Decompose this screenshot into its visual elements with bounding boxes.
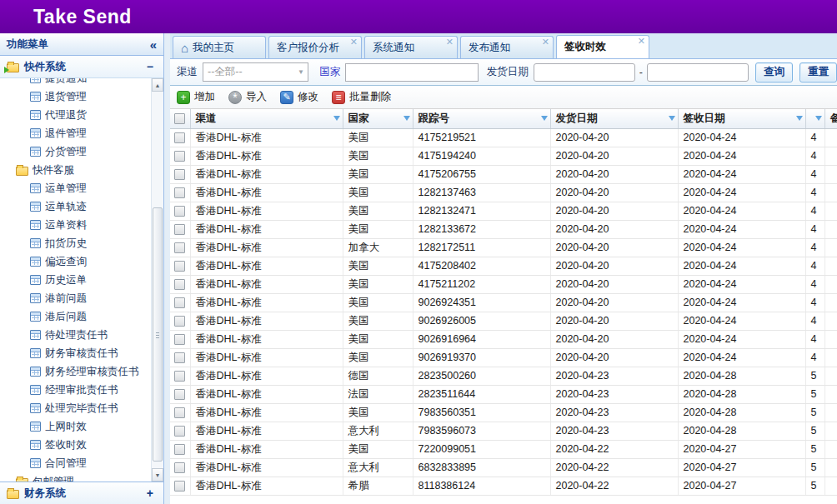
table-row[interactable]: 香港DHL-标准美国90269243512020-04-202020-04-24… <box>170 293 837 312</box>
scroll-down-icon[interactable]: ▼ <box>152 468 163 482</box>
table-row[interactable]: 香港DHL-标准美国41752067552020-04-202020-04-24… <box>170 165 837 183</box>
row-checkbox[interactable] <box>174 132 185 143</box>
table-row[interactable]: 香港DHL-标准美国41752112022020-04-202020-04-24… <box>170 275 837 293</box>
row-checkbox[interactable] <box>174 481 185 492</box>
row-checkbox[interactable] <box>174 151 185 162</box>
sidebar-item-财务审核责任书[interactable]: 财务审核责任书 <box>0 344 151 362</box>
table-row[interactable]: 香港DHL-标准加拿大12821725112020-04-202020-04-2… <box>170 238 837 257</box>
table-row[interactable]: 香港DHL-标准美国90269169642020-04-202020-04-24… <box>170 330 837 348</box>
column-header-国家[interactable]: 国家 <box>343 109 413 128</box>
sidebar-splitter[interactable] <box>164 33 170 504</box>
tab-发布通知[interactable]: 发布通知✕ <box>460 36 554 58</box>
sidebar-folder-快件客服[interactable]: 快件客服 <box>0 161 151 179</box>
table-row[interactable]: 香港DHL-标准希腊81183861242020-04-222020-04-27… <box>170 477 837 495</box>
table-row[interactable]: 香港DHL-标准美国12821336722020-04-202020-04-24… <box>170 220 837 238</box>
sidebar-item-退货管理[interactable]: 退货管理 <box>0 87 151 106</box>
row-checkbox[interactable] <box>174 242 185 253</box>
sidebar-folder-包邮管理[interactable]: 包邮管理 <box>0 472 151 482</box>
select-all-checkbox[interactable] <box>174 113 185 124</box>
tab-签收时效[interactable]: 签收时效✕ <box>556 35 649 58</box>
tab-系统通知[interactable]: 系统通知✕ <box>364 36 458 58</box>
sidebar-item-偏远查询[interactable]: 偏远查询 <box>0 252 151 271</box>
close-tab-icon[interactable]: ✕ <box>446 37 454 47</box>
row-checkbox[interactable] <box>174 462 185 473</box>
country-input[interactable] <box>345 63 479 82</box>
row-checkbox[interactable] <box>174 389 185 400</box>
sidebar-item-处理完毕责任书[interactable]: 处理完毕责任书 <box>0 399 151 417</box>
table-row[interactable]: 香港DHL-标准意大利79835960732020-04-232020-04-2… <box>170 422 837 440</box>
row-checkbox[interactable] <box>174 352 185 363</box>
search-button[interactable]: 查询 <box>755 62 793 82</box>
sidebar-scrollbar[interactable]: ▲ ▼ <box>151 78 163 482</box>
row-checkbox[interactable] <box>174 279 185 290</box>
sort-arrow-icon[interactable] <box>796 116 803 121</box>
scroll-up-icon[interactable]: ▲ <box>152 78 163 92</box>
batch-delete-button[interactable]: ≡ 批量删除 <box>332 90 391 104</box>
sidebar-item-经理审批责任书[interactable]: 经理审批责任书 <box>0 381 151 399</box>
close-tab-icon[interactable]: ✕ <box>638 37 645 46</box>
row-checkbox[interactable] <box>174 371 185 382</box>
sort-arrow-icon[interactable] <box>815 116 822 121</box>
row-checkbox[interactable] <box>174 261 185 272</box>
sidebar-item-港后问题[interactable]: 港后问题 <box>0 307 151 326</box>
ship-date-from-input[interactable] <box>534 63 635 82</box>
column-header-渠道[interactable]: 渠道 <box>190 109 343 128</box>
sidebar-section-finance-system[interactable]: 财务系统 + <box>0 482 163 504</box>
sort-arrow-icon[interactable] <box>541 116 548 121</box>
sort-arrow-icon[interactable] <box>669 116 675 121</box>
table-row[interactable]: 香港DHL-标准意大利68328338952020-04-222020-04-2… <box>170 458 837 477</box>
tab-我的主页[interactable]: ⌂我的主页 <box>173 36 266 58</box>
sort-arrow-icon[interactable] <box>333 116 340 121</box>
close-tab-icon[interactable]: ✕ <box>542 37 549 47</box>
table-row[interactable]: 香港DHL-标准美国41751942402020-04-202020-04-24… <box>170 147 837 165</box>
expand-section-icon[interactable]: + <box>147 487 153 500</box>
column-header-签收日期[interactable]: 签收日期 <box>678 109 805 128</box>
row-checkbox[interactable] <box>174 297 185 308</box>
table-row[interactable]: 香港DHL-标准美国12821374632020-04-202020-04-24… <box>170 183 837 202</box>
collapse-sidebar-icon[interactable]: « <box>150 37 157 52</box>
column-header-发货日期[interactable]: 发货日期 <box>550 109 678 128</box>
column-header-备注[interactable]: 备注 <box>824 109 837 128</box>
sidebar-item-历史运单[interactable]: 历史运单 <box>0 271 151 289</box>
close-tab-icon[interactable]: ✕ <box>350 37 358 47</box>
scrollbar-thumb[interactable] <box>153 207 163 462</box>
column-header-跟踪号[interactable]: 跟踪号 <box>413 109 550 128</box>
ship-date-to-input[interactable] <box>647 63 749 82</box>
table-row[interactable]: 香港DHL-标准美国90269193702020-04-202020-04-24… <box>170 348 837 367</box>
sidebar-item-待处理责任书[interactable]: 待处理责任书 <box>0 326 151 344</box>
sidebar-item-退件管理[interactable]: 退件管理 <box>0 124 151 142</box>
sidebar-item-扣货历史[interactable]: 扣货历史 <box>0 234 151 252</box>
column-header-timeliness[interactable] <box>805 109 824 128</box>
channel-select[interactable]: --全部-- ▼ <box>203 62 308 82</box>
sidebar-item-分货管理[interactable]: 分货管理 <box>0 142 151 161</box>
row-checkbox[interactable] <box>174 316 185 327</box>
row-checkbox[interactable] <box>174 426 185 437</box>
sidebar-item-提货通知[interactable]: 提货通知 <box>0 78 151 87</box>
row-checkbox[interactable] <box>174 224 185 235</box>
sidebar-item-签收时效[interactable]: 签收时效 <box>0 436 151 454</box>
tab-客户报价分析[interactable]: 客户报价分析✕ <box>268 36 362 58</box>
row-checkbox[interactable] <box>174 206 185 217</box>
table-row[interactable]: 香港DHL-标准美国41752084022020-04-202020-04-24… <box>170 257 837 275</box>
sidebar-item-运单管理[interactable]: 运单管理 <box>0 179 151 197</box>
row-checkbox[interactable] <box>174 169 185 180</box>
sidebar-item-代理退货[interactable]: 代理退货 <box>0 106 151 124</box>
row-checkbox[interactable] <box>174 407 185 418</box>
row-checkbox[interactable] <box>174 444 185 455</box>
table-row[interactable]: 香港DHL-标准美国79835603512020-04-232020-04-28… <box>170 403 837 422</box>
row-checkbox[interactable] <box>174 187 185 198</box>
sort-arrow-icon[interactable] <box>403 116 410 121</box>
table-row[interactable]: 香港DHL-标准美国72200990512020-04-222020-04-27… <box>170 440 837 458</box>
reset-button[interactable]: 重置 <box>799 62 837 82</box>
sidebar-section-express-system[interactable]: 快件系统 − <box>0 56 163 78</box>
table-row[interactable]: 香港DHL-标准法国28235116442020-04-232020-04-28… <box>170 385 837 403</box>
sidebar-item-运单资料[interactable]: 运单资料 <box>0 216 151 234</box>
table-row[interactable]: 香港DHL-标准德国28235002602020-04-232020-04-28… <box>170 367 837 385</box>
row-checkbox[interactable] <box>174 334 185 345</box>
table-row[interactable]: 香港DHL-标准美国90269260052020-04-202020-04-24… <box>170 312 837 330</box>
sidebar-item-合同管理[interactable]: 合同管理 <box>0 454 151 472</box>
add-button[interactable]: + 增加 <box>177 90 215 104</box>
minimize-section-icon[interactable]: − <box>147 60 153 73</box>
sidebar-item-上网时效[interactable]: 上网时效 <box>0 417 151 436</box>
column-header-checkbox[interactable] <box>170 109 190 128</box>
